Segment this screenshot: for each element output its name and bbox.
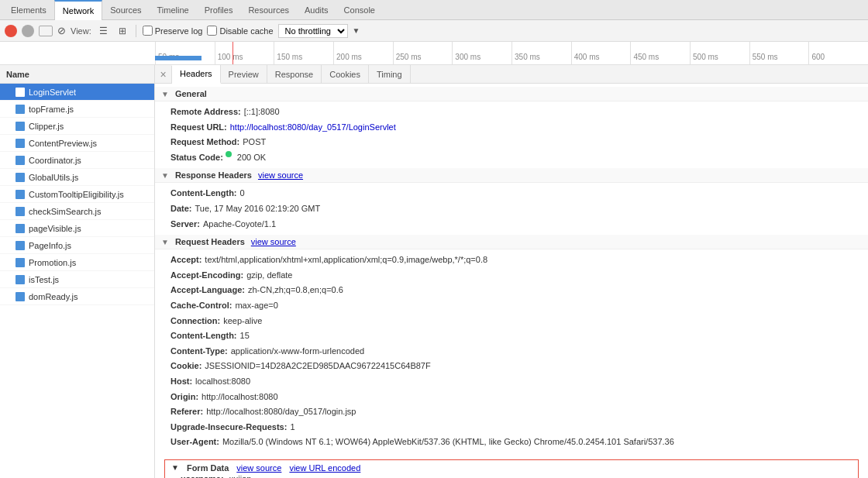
file-item-contentpreview[interactable]: ContentPreview.js bbox=[0, 135, 154, 152]
file-icon-customtooltip bbox=[16, 190, 25, 199]
request-method-value: POST bbox=[243, 136, 266, 150]
record-button[interactable] bbox=[5, 25, 17, 37]
resp-content-length-row: Content-Length: 0 bbox=[170, 186, 862, 201]
disable-cache-label[interactable]: Disable cache bbox=[207, 26, 273, 36]
close-panel-button[interactable]: × bbox=[155, 66, 172, 83]
req-accept-encoding-value: gzip, deflate bbox=[246, 269, 292, 283]
file-item-globalutils[interactable]: GlobalUtils.js bbox=[0, 169, 154, 186]
ruler-tick-400: 400 ms bbox=[571, 42, 631, 64]
file-icon-pageinfo bbox=[16, 241, 25, 250]
status-code-row: Status Code: 200 OK bbox=[170, 150, 862, 166]
throttle-select[interactable]: No throttling bbox=[278, 24, 348, 38]
req-host-row: Host: localhost:8080 bbox=[170, 374, 862, 390]
tab-profiles[interactable]: Profiles bbox=[197, 0, 241, 20]
stop-button[interactable] bbox=[22, 25, 34, 37]
req-content-length-row: Content-Length: 15 bbox=[170, 328, 862, 344]
file-item-checksimsearch[interactable]: checkSimSearch.js bbox=[0, 203, 154, 220]
form-data-username-value: xujian bbox=[229, 474, 252, 478]
req-host-label: Host: bbox=[170, 375, 192, 389]
file-item-coordinator[interactable]: Coordinator.js bbox=[0, 152, 154, 169]
main-content: Name LoginServlet topFrame.js Clipper.js… bbox=[0, 65, 868, 478]
preserve-log-checkbox[interactable] bbox=[143, 26, 153, 36]
file-item-promotion[interactable]: Promotion.js bbox=[0, 254, 154, 271]
request-url-label: Request URL: bbox=[170, 121, 227, 135]
file-item-pageinfo[interactable]: PageInfo.js bbox=[0, 237, 154, 254]
req-origin-row: Origin: http://localhost:8080 bbox=[170, 390, 862, 405]
list-view-button[interactable]: ☰ bbox=[96, 24, 111, 38]
tab-response[interactable]: Response bbox=[267, 65, 322, 84]
req-host-value: localhost:8080 bbox=[195, 375, 250, 389]
request-method-label: Request Method: bbox=[170, 136, 239, 150]
name-column-header: Name bbox=[0, 65, 154, 84]
tab-elements[interactable]: Elements bbox=[3, 0, 54, 20]
general-section: ▼ General Remote Address: [::1]:8080 Req… bbox=[155, 87, 868, 168]
resp-date-row: Date: Tue, 17 May 2016 02:19:20 GMT bbox=[170, 201, 862, 217]
ruler-tick-200: 200 ms bbox=[333, 42, 393, 64]
req-content-length-label: Content-Length: bbox=[170, 329, 237, 343]
ruler-tick-100: 100 ms bbox=[215, 42, 274, 64]
req-content-type-value: application/x-www-form-urlencoded bbox=[231, 345, 364, 359]
tab-network[interactable]: Network bbox=[54, 0, 102, 20]
req-origin-label: Origin: bbox=[170, 390, 198, 404]
camera-button[interactable] bbox=[39, 26, 53, 36]
request-headers-view-source[interactable]: view source bbox=[251, 237, 296, 246]
right-panel: × Headers Preview Response Cookies Timin… bbox=[155, 65, 868, 478]
disable-cache-checkbox[interactable] bbox=[207, 26, 217, 36]
req-accept-label: Accept: bbox=[170, 253, 202, 267]
tab-preview[interactable]: Preview bbox=[221, 65, 267, 84]
ruler-tick-250: 250 ms bbox=[393, 42, 453, 64]
tab-timing[interactable]: Timing bbox=[369, 65, 411, 84]
req-accept-language-value: zh-CN,zh;q=0.8,en;q=0.6 bbox=[248, 284, 343, 297]
file-item-customtooltip[interactable]: CustomTooltipEligibility.js bbox=[0, 186, 154, 203]
ruler-tick-600: 600 bbox=[808, 42, 868, 64]
file-item-clipper[interactable]: Clipper.js bbox=[0, 118, 154, 135]
general-section-header[interactable]: ▼ General bbox=[155, 87, 868, 101]
form-data-view-url-encoded[interactable]: view URL encoded bbox=[289, 463, 360, 473]
response-headers-section-header[interactable]: ▼ Response Headers view source bbox=[155, 168, 868, 183]
divider bbox=[136, 25, 136, 37]
file-item-topframe[interactable]: topFrame.js bbox=[0, 101, 154, 118]
file-item-loginservlet[interactable]: LoginServlet bbox=[0, 84, 154, 101]
form-data-arrow-icon: ▼ bbox=[171, 463, 179, 472]
ruler-tick-300: 300 ms bbox=[452, 42, 512, 64]
req-useragent-row: User-Agent: Mozilla/5.0 (Windows NT 6.1;… bbox=[170, 435, 862, 450]
form-data-view-source[interactable]: view source bbox=[236, 463, 281, 473]
request-headers-body: Accept: text/html,application/xhtml+xml,… bbox=[155, 249, 868, 453]
req-accept-encoding-label: Accept-Encoding: bbox=[170, 269, 243, 283]
response-headers-view-source[interactable]: view source bbox=[258, 170, 303, 180]
timeline-bar-login bbox=[155, 56, 202, 60]
form-data-username-label: username: bbox=[181, 474, 224, 478]
req-accept-row: Accept: text/html,application/xhtml+xml,… bbox=[170, 253, 862, 268]
request-method-row: Request Method: POST bbox=[170, 135, 862, 150]
preserve-log-label[interactable]: Preserve log bbox=[143, 26, 203, 36]
file-icon-loginservlet bbox=[16, 88, 25, 97]
file-icon-istest bbox=[16, 275, 25, 284]
tab-cookies[interactable]: Cookies bbox=[322, 65, 369, 84]
tab-audits[interactable]: Audits bbox=[297, 0, 336, 20]
tab-timeline[interactable]: Timeline bbox=[150, 0, 197, 20]
req-origin-value: http://localhost:8080 bbox=[202, 390, 277, 404]
req-content-length-value: 15 bbox=[240, 329, 250, 343]
req-cookie-value: JSESSIONID=14D28A2C2ED985DAAC96722415C64… bbox=[205, 359, 430, 373]
response-headers-body: Content-Length: 0 Date: Tue, 17 May 2016… bbox=[155, 183, 868, 235]
file-item-istest[interactable]: isTest.js bbox=[0, 271, 154, 288]
req-referer-label: Referer: bbox=[170, 405, 203, 419]
request-headers-section-header[interactable]: ▼ Request Headers view source bbox=[155, 235, 868, 249]
req-accept-encoding-row: Accept-Encoding: gzip, deflate bbox=[170, 268, 862, 284]
file-item-pagevisible[interactable]: pageVisible.js bbox=[0, 220, 154, 237]
tab-headers[interactable]: Headers bbox=[172, 65, 221, 84]
tab-sources[interactable]: Sources bbox=[102, 0, 149, 20]
req-connection-row: Connection: keep-alive bbox=[170, 314, 862, 329]
remote-address-label: Remote Address: bbox=[170, 105, 241, 119]
file-icon-domready bbox=[16, 292, 25, 301]
filter-button[interactable]: ⊘ bbox=[57, 25, 66, 36]
tab-console[interactable]: Console bbox=[336, 0, 383, 20]
form-data-username-row: username: xujian bbox=[171, 473, 852, 478]
file-item-domready[interactable]: domReady.js bbox=[0, 288, 154, 305]
resp-server-label: Server: bbox=[170, 218, 200, 232]
resp-content-length-value: 0 bbox=[240, 187, 245, 201]
req-connection-label: Connection: bbox=[170, 315, 220, 328]
tree-view-button[interactable]: ⊞ bbox=[115, 24, 129, 38]
req-referer-value: http://localhost:8080/day_0517/login.jsp bbox=[206, 405, 356, 419]
tab-resources[interactable]: Resources bbox=[240, 0, 297, 20]
